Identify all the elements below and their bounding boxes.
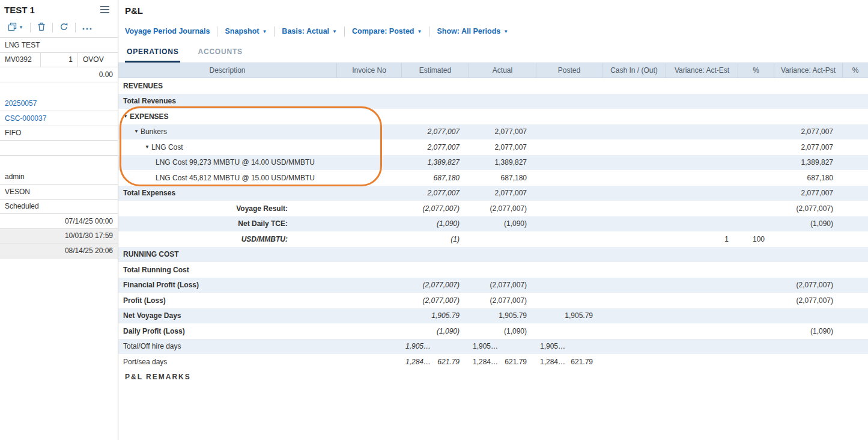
delete-button[interactable] [35, 21, 47, 34]
cell-variance-act-pst: (2,077,007) [774, 201, 843, 216]
toolbar-separator [274, 26, 275, 37]
pl-row-total-revenues[interactable]: Total Revenues [118, 94, 868, 109]
pl-row-total-expenses[interactable]: Total Expenses2,077,0072,077,0072,077,00… [118, 186, 868, 201]
column-header-estimated[interactable]: Estimated [402, 63, 469, 78]
toolbar-voyage-period-journals[interactable]: Voyage Period Journals [125, 27, 210, 35]
sidebar-field[interactable]: MV0392 [0, 53, 41, 67]
tab-operations[interactable]: OPERATIONS [125, 43, 180, 63]
sidebar-field[interactable]: 07/14/25 00:00 [0, 214, 118, 229]
pl-row-lng-cost-99-273-mmbtu-14-00-usd-mmbtu[interactable]: LNG Cost 99,273 MMBTU @ 14.00 USD/MMBTU1… [118, 155, 868, 171]
sidebar-field[interactable]: 20250057 [0, 97, 118, 112]
column-header-variance-act-pst[interactable]: Variance: Act-Pst [774, 63, 843, 78]
cell-invoice-no [337, 201, 402, 216]
cell-pct-act-est [738, 216, 774, 232]
table-body: REVENUESTotal Revenues▼EXPENSES▼Bunkers2… [118, 78, 868, 370]
sidebar-field-value: VESON [5, 188, 30, 196]
pl-row-net-voyage-days[interactable]: Net Voyage Days1,905.791,905.791,905.79 [118, 308, 868, 324]
pl-row-usd-mmbtu[interactable]: USD/MMBTU:(1)1100 [118, 231, 868, 247]
cell-value: (2,077,007) [490, 296, 527, 305]
sidebar-field[interactable]: 1 [41, 53, 78, 67]
column-header-posted[interactable]: Posted [536, 63, 602, 78]
sidebar-field-value: 0.00 [99, 70, 113, 79]
cell-pct-act-est [738, 155, 774, 171]
cell-estimated: 2,077,007 [402, 186, 469, 201]
cell-estimated: (1) [402, 231, 469, 247]
toolbar-label: Snapshot [225, 27, 259, 35]
cell-pct-act-pst [843, 170, 868, 186]
cell-estimated: (2,077,007) [402, 293, 469, 308]
sidebar-field[interactable]: OVOV [78, 53, 118, 67]
pl-row-expenses[interactable]: ▼EXPENSES [118, 109, 868, 124]
pl-row-revenues[interactable]: REVENUES [118, 78, 868, 94]
pl-row-financial-profit-loss[interactable]: Financial Profit (Loss)(2,077,007)(2,077… [118, 278, 868, 293]
cell-estimated: 687,180 [402, 170, 469, 186]
cell-estimated: (2,077,007) [402, 201, 469, 216]
copy-dropdown-button[interactable]: ▼ [6, 21, 25, 34]
pl-row-lng-cost[interactable]: ▼LNG Cost2,077,0072,077,0072,077,007 [118, 139, 868, 155]
refresh-button[interactable] [58, 21, 70, 34]
row-description: Voyage Result: [118, 201, 337, 216]
column-header-pct-9[interactable]: % [843, 63, 868, 78]
cell-pct-act-est [738, 124, 774, 140]
toolbar-snapshot[interactable]: Snapshot▼ [225, 27, 267, 35]
column-header-pct-7[interactable]: % [738, 63, 774, 78]
pl-row-voyage-result[interactable]: Voyage Result:(2,077,007)(2,077,007)(2,0… [118, 201, 868, 216]
chevron-down-icon: ▼ [417, 29, 422, 34]
sidebar-field[interactable]: VESON [0, 185, 118, 200]
more-button[interactable] [80, 22, 94, 33]
sidebar-field[interactable]: LNG TEST [0, 38, 118, 53]
pl-row-profit-loss[interactable]: Profit (Loss)(2,077,007)(2,077,007)(2,07… [118, 293, 868, 308]
cell-value: 1,905.79 [565, 311, 593, 320]
toolbar-basis-actual[interactable]: Basis: Actual▼ [282, 27, 337, 35]
remarks-textarea[interactable] [118, 385, 868, 440]
collapse-caret-icon[interactable]: ▼ [123, 114, 128, 119]
cell-cash-in-out [602, 308, 666, 324]
cell-value: 1,389,827 [495, 158, 527, 167]
sidebar-field[interactable]: CSC-000037 [0, 111, 118, 126]
cell-variance-act-pst [774, 247, 843, 263]
pl-row-net-daily-tce[interactable]: Net Daily TCE:(1,090)(1,090)(1,090) [118, 216, 868, 232]
pl-row-total-off-hire-days[interactable]: Total/Off hire days1,905…1,905…1,905… [118, 339, 868, 355]
cell-pct-act-pst [843, 308, 868, 324]
pl-row-bunkers[interactable]: ▼Bunkers2,077,0072,077,0072,077,007 [118, 124, 868, 140]
pl-row-running-cost[interactable]: RUNNING COST [118, 247, 868, 263]
row-description: Net Voyage Days [118, 308, 337, 324]
cell-pct-act-est [738, 170, 774, 186]
toolbar-show-all-periods[interactable]: Show: All Periods▼ [437, 27, 508, 35]
sidebar-field[interactable]: 0.00 [0, 67, 118, 82]
column-header-cash-in-out[interactable]: Cash In / (Out) [602, 63, 666, 78]
sidebar-field[interactable] [0, 141, 118, 156]
sidebar-field[interactable]: admin [0, 170, 118, 185]
sidebar-link[interactable]: CSC-000037 [5, 114, 46, 123]
column-header-actual[interactable]: Actual [469, 63, 536, 78]
collapse-caret-icon[interactable]: ▼ [134, 129, 139, 134]
row-description: Net Daily TCE: [118, 216, 337, 232]
cell-estimated [402, 94, 469, 109]
pl-row-daily-profit-loss[interactable]: Daily Profit (Loss)(1,090)(1,090)(1,090) [118, 323, 868, 339]
cell-pct-act-pst [843, 78, 868, 94]
collapse-caret-icon[interactable]: ▼ [145, 145, 150, 150]
sidebar-field[interactable]: FIFO [0, 126, 118, 141]
sidebar-link[interactable]: 20250057 [5, 99, 37, 108]
cell-cash-in-out [602, 155, 666, 171]
sidebar-field[interactable]: 10/01/30 17:59 [0, 229, 118, 244]
delete-icon [37, 22, 46, 33]
column-header-variance-act-est[interactable]: Variance: Act-Est [666, 63, 738, 78]
pl-row-port-sea-days[interactable]: Port/sea days1,284…621.791,284…621.791,2… [118, 354, 868, 370]
cell-actual: (2,077,007) [469, 201, 536, 216]
column-header-description[interactable]: Description [118, 63, 337, 78]
cell-posted-value: 621.79 [571, 358, 593, 366]
toolbar-compare-posted[interactable]: Compare: Posted▼ [352, 27, 422, 35]
tab-accounts[interactable]: ACCOUNTS [196, 43, 244, 63]
cell-value: 1,389,827 [801, 158, 833, 167]
pl-row-total-running-cost[interactable]: Total Running Cost [118, 262, 868, 278]
sidebar-field[interactable]: 08/14/25 20:06 [0, 243, 118, 258]
sidebar-field[interactable]: Scheduled [0, 200, 118, 215]
pl-row-lng-cost-45-812-mmbtu-15-00-usd-mmbtu[interactable]: LNG Cost 45,812 MMBTU @ 15.00 USD/MMBTU6… [118, 170, 868, 186]
row-description: REVENUES [118, 78, 337, 94]
cell-variance-act-est [666, 124, 738, 140]
menu-icon[interactable] [100, 4, 109, 15]
row-description-text: LNG Cost 45,812 MMBTU @ 15.00 USD/MMBTU [156, 174, 315, 182]
column-header-invoice-no[interactable]: Invoice No [337, 63, 402, 78]
cell-value: (2,077,007) [490, 204, 527, 213]
